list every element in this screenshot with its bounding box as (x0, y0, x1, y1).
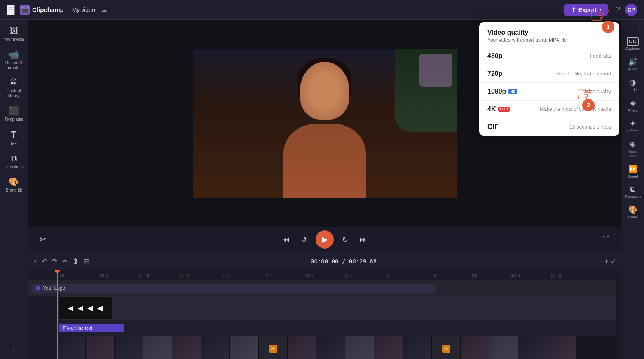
rewind-5-button[interactable]: ↺ (297, 233, 311, 246)
quality-1080p-desc: High quality (585, 89, 611, 94)
record-icon: 📹 (9, 49, 19, 59)
fullscreen-button[interactable]: ⛶ (600, 233, 613, 246)
crop-button[interactable]: ✂ (36, 233, 49, 246)
filters-label: Filters (628, 108, 638, 113)
text-track: T Multiline text (28, 321, 616, 336)
sidebar-item-templates[interactable]: ⬛ Templates (2, 103, 26, 125)
brand-icon: 🎨 (9, 177, 19, 187)
vthumb-6 (230, 336, 259, 359)
effects-icon: ✦ (630, 119, 636, 128)
video-track-content[interactable]: ✂ ✂ (57, 336, 616, 359)
text-track-pill[interactable]: T Multiline text (59, 324, 124, 332)
person-face (300, 62, 349, 120)
skip-forward-button[interactable]: ⏭ (357, 233, 370, 246)
quality-480p-label: 480p (487, 52, 502, 60)
export-dropdown-subtitle: Your video will export as an MP4 file (487, 37, 611, 43)
right-sidebar-adjust-colors[interactable]: ⊕ Adjust colors (622, 137, 644, 160)
quality-4k[interactable]: 4K UHD Make the most of your 4K media (479, 101, 619, 118)
right-sidebar-effects[interactable]: ✦ Effects (622, 117, 644, 136)
text-track-label-text: Multiline text (67, 326, 92, 331)
add-clip-button[interactable]: ⊞ (84, 257, 89, 265)
vthumb-0 (57, 336, 86, 359)
video-title: My video (72, 7, 95, 13)
adjust-label: Adjust colors (624, 150, 642, 158)
right-sidebar-collapse[interactable]: ‹ (637, 23, 642, 33)
right-sidebar-captions[interactable]: CC Captions (622, 35, 644, 53)
ruler-mark-2: 0:09 (139, 273, 180, 278)
video-track: ✂ ✂ (28, 336, 616, 359)
timeline-scroll[interactable] (616, 270, 621, 359)
quality-1080p[interactable]: 1080p HD High quality (479, 83, 619, 101)
ruler-mark-10: 0:33 (469, 273, 510, 278)
export-dropdown-header: Video quality Your video will export as … (479, 22, 619, 47)
quality-480p[interactable]: 480p For drafts (479, 47, 619, 65)
avatar[interactable]: CP (625, 4, 637, 16)
right-sidebar-filters[interactable]: ◈ Filters (622, 96, 644, 115)
ruler-mark-4: 0:15 (222, 273, 263, 278)
export-quality-dropdown: Video quality Your video will export as … (479, 22, 619, 136)
sidebar-expand-btn[interactable]: › (9, 343, 18, 356)
magnetic-snap-button[interactable]: ⌖ (33, 258, 37, 265)
skip-back-button[interactable]: ⏮ (279, 233, 293, 246)
text-track-content[interactable]: T Multiline text (57, 321, 616, 335)
scissors-icon-1: ✂ (269, 345, 277, 353)
redo-button[interactable]: ↷ (52, 257, 57, 265)
quality-720p[interactable]: 720p Smaller file, faster export (479, 65, 619, 83)
fit-button[interactable]: ⤢ (611, 257, 616, 265)
sidebar-item-transitions[interactable]: ⧉ Transitions (2, 150, 26, 173)
zoom-in-button[interactable]: + (604, 257, 608, 265)
right-sidebar-transition[interactable]: ⧉ Transition (622, 183, 644, 201)
zoom-out-button[interactable]: − (598, 257, 602, 265)
sidebar-item-text[interactable]: T Text (2, 126, 26, 150)
vthumb-2 (115, 336, 143, 359)
sidebar-item-brand-kit[interactable]: 🎨 Brand kit (2, 174, 26, 196)
delete-button[interactable]: 🗑 (73, 258, 79, 265)
export-button[interactable]: ⬆ Export ▾ (564, 4, 608, 16)
vthumb-5 (201, 336, 230, 359)
sidebar-label-record: Record & create (3, 61, 25, 70)
sidebar-item-content-library[interactable]: 🏛 Content library (2, 75, 26, 102)
transition-label: Transition (625, 195, 641, 199)
right-sidebar-fade[interactable]: ◑ Fade (622, 75, 644, 94)
sidebar-item-record[interactable]: 📹 Record & create (2, 46, 26, 74)
export-label: Export (578, 7, 597, 13)
quality-gif[interactable]: GIF 15 seconds or less (479, 118, 619, 136)
cloud-icon: ☁ (100, 5, 108, 14)
right-sidebar-color[interactable]: 🎨 Color (622, 203, 644, 222)
logo: 🎬 Clipchamp (20, 5, 64, 15)
arrow-track-content[interactable]: ◄ ◄ ◄ ◄ (57, 296, 616, 320)
right-sidebar-audio[interactable]: 🔊 Audio (622, 55, 644, 74)
cut-button[interactable]: ✂ (62, 257, 68, 265)
ctrl-center: ⏮ ↺ ▶ ↻ ⏭ (279, 230, 370, 249)
adjust-icon: ⊕ (630, 140, 636, 149)
vthumb-9 (316, 336, 345, 359)
play-button[interactable]: ▶ (316, 230, 334, 249)
text-icon-t: T (63, 326, 66, 331)
export-icon: ⬆ (571, 7, 576, 13)
logo-track-content[interactable]: Your Logo (32, 284, 436, 293)
ruler-mark-5: 0:18 (263, 273, 304, 278)
right-sidebar: ‹ CC Captions 🔊 Audio ◑ Fade ◈ Filters ✦… (621, 20, 644, 359)
timeline-area: ⌖ ↶ ↷ ✂ 🗑 ⊞ 00:00.00 / 00:29.68 − + ⤢ (28, 252, 621, 359)
vthumb-16 (518, 336, 547, 359)
arrow-track-label (28, 296, 57, 320)
forward-5-button[interactable]: ↻ (339, 233, 352, 246)
right-sidebar-speed[interactable]: ⏩ Speed (622, 162, 644, 181)
logo-track-label: Your Logo (43, 285, 65, 291)
sidebar-label-brand: Brand kit (6, 188, 22, 193)
audio-label: Audio (628, 67, 637, 71)
vthumb-4 (172, 336, 201, 359)
quality-4k-desc: Make the most of your 4K media (540, 106, 611, 112)
help-icon[interactable]: ? (616, 5, 620, 14)
timeline-ruler: 0:03 0:06 0:09 0:12 0:15 0:18 0:21 0:24 … (28, 270, 616, 280)
vthumb-12 (403, 336, 432, 359)
ruler-mark-12: 0:39 (551, 273, 592, 278)
transition-icon: ⧉ (630, 185, 635, 194)
sidebar-item-your-media[interactable]: 🖼 Your media (2, 23, 26, 45)
menu-button[interactable]: ☰ (7, 5, 15, 15)
undo-button[interactable]: ↶ (42, 257, 47, 265)
color-icon: 🎨 (628, 205, 637, 214)
export-arrow: ▾ (599, 7, 601, 12)
preview-controls: ✂ ⏮ ↺ ▶ ↻ ⏭ ⛶ (28, 227, 621, 252)
ruler-mark-7: 0:24 (345, 273, 386, 278)
